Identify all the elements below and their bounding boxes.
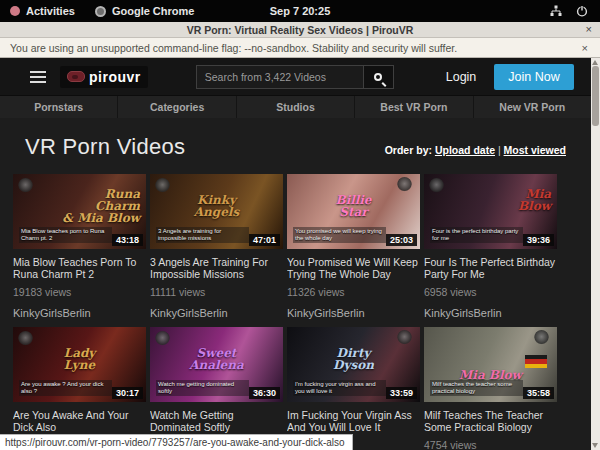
chrome-app-icon [95, 6, 106, 17]
order-most-viewed-link[interactable]: Most viewed [504, 144, 566, 156]
video-card[interactable]: Dirty Dyson I'm fucking your virgin ass … [287, 327, 420, 450]
video-card[interactable]: Lady Lyne Are you awake ? And your dick … [13, 327, 146, 450]
video-title[interactable]: Mia Blow Teaches Porn To Runa Charm Pt 2 [13, 256, 146, 280]
main-navigation: Pornstars Categories Studios Best VR Por… [0, 96, 591, 118]
duration-badge: 25:03 [386, 234, 417, 246]
duration-badge: 39:36 [523, 234, 554, 246]
thumbnail-caption: Mia Blow teaches porn to Runa Charm pt. … [19, 227, 112, 243]
video-thumbnail[interactable]: Billie Star You promised we will keep tr… [287, 174, 420, 249]
video-studio-link[interactable]: KinkyGirlsBerlin [424, 307, 557, 319]
vr-headset-icon [67, 71, 85, 82]
browser-tab[interactable]: VR Porn: Virtual Reality Sex Videos | Pi… [0, 22, 600, 38]
duration-badge: 30:17 [112, 387, 143, 399]
duration-badge: 43:18 [112, 234, 143, 246]
video-card[interactable]: Sweet Analena Watch me getting dominated… [150, 327, 283, 450]
activities-button[interactable]: Activities [26, 5, 75, 17]
duration-badge: 33:59 [386, 387, 417, 399]
video-views: 11111 views [150, 286, 283, 298]
order-upload-date-link[interactable]: Upload date [435, 144, 495, 156]
video-thumbnail[interactable]: Dirty Dyson I'm fucking your virgin ass … [287, 327, 420, 402]
thumbnail-caption: Four is the perfect birthday party for m… [430, 227, 523, 243]
video-thumbnail[interactable]: Kinky Angels 3 Angels are training for i… [150, 174, 283, 249]
logo-text: pirouvr [89, 69, 141, 85]
network-tree-icon[interactable] [550, 5, 562, 17]
clock[interactable]: Sep 7 20:25 [270, 5, 331, 17]
scroll-down-arrow-icon[interactable] [592, 443, 598, 448]
order-by-label: Order by: [385, 144, 432, 156]
site-logo[interactable]: pirouvr [60, 66, 148, 88]
thumbnail-caption: I'm fucking your virgin ass and you will… [293, 380, 386, 396]
video-card[interactable]: Kinky Angels 3 Angels are training for i… [150, 174, 283, 319]
scroll-up-arrow-icon[interactable] [592, 60, 598, 65]
thumbnail-caption: You promised we will keep trying the who… [293, 227, 386, 243]
video-title[interactable]: Im Fucking Your Virgin Ass And You Will … [287, 409, 420, 433]
studio-logo-icon [397, 177, 412, 192]
video-thumbnail[interactable]: Mia Blow Four is the perfect birthday pa… [424, 174, 557, 249]
studio-logo-icon [155, 331, 170, 346]
system-top-bar: Activities Google Chrome Sep 7 20:25 [0, 0, 600, 22]
video-studio-link[interactable]: KinkyGirlsBerlin [150, 307, 283, 319]
video-thumbnail[interactable]: Lady Lyne Are you awake ? And your dick … [13, 327, 146, 402]
thumbnail-overlay-title: Lady Lyne [13, 347, 146, 371]
search-button[interactable] [364, 65, 394, 89]
video-thumbnail[interactable]: Sweet Analena Watch me getting dominated… [150, 327, 283, 402]
german-flag-icon [525, 355, 547, 368]
nav-item-pornstars[interactable]: Pornstars [0, 96, 117, 118]
thumbnail-overlay-title: Sweet Analena [150, 347, 283, 371]
search-icon [374, 73, 382, 81]
thumbnail-caption: Milf teaches the teacher some practical … [430, 380, 523, 396]
recording-indicator-icon [10, 6, 20, 16]
video-title[interactable]: Four Is The Perfect Birthday Party For M… [424, 256, 557, 280]
video-title[interactable]: Watch Me Getting Dominated Softly [150, 409, 283, 433]
thumbnail-overlay-title: Kinky Angels [150, 194, 283, 218]
link-status-bar: https://pirouvr.com/vr-porn-video/779325… [0, 434, 353, 450]
video-title[interactable]: Milf Teaches The Teacher Some Practical … [424, 409, 557, 433]
video-thumbnail[interactable]: Mia Blow Milf teaches the teacher some p… [424, 327, 557, 402]
video-thumbnail[interactable]: Runa Charm & Mia Blow Mia Blow teaches p… [13, 174, 146, 249]
join-now-button[interactable]: Join Now [494, 64, 573, 90]
scrollbar-thumb[interactable] [592, 66, 599, 126]
video-card[interactable]: Billie Star You promised we will keep tr… [287, 174, 420, 319]
thumbnail-caption: Are you awake ? And your dick also ? [19, 380, 112, 396]
site-header: pirouvr Login Join Now [0, 58, 600, 96]
studio-logo-icon [18, 331, 33, 346]
login-link[interactable]: Login [446, 70, 477, 84]
video-views: 19183 views [13, 286, 146, 298]
focused-app-menu[interactable]: Google Chrome [112, 5, 195, 17]
vertical-scrollbar[interactable] [591, 58, 600, 450]
thumbnail-overlay-title: Mia Blow [424, 188, 551, 212]
warning-message: You are using an unsupported command-lin… [10, 42, 457, 54]
video-card[interactable]: Mia Blow Four is the perfect birthday pa… [424, 174, 557, 319]
hamburger-menu-icon[interactable] [30, 71, 46, 83]
page-title: VR Porn Videos [25, 134, 185, 160]
thumbnail-caption: Watch me getting dominated softly [156, 380, 249, 396]
order-separator: | [498, 144, 501, 156]
studio-logo-icon [155, 178, 170, 193]
power-icon[interactable] [576, 5, 588, 17]
tab-close-icon[interactable]: × [586, 23, 592, 35]
warning-close-icon[interactable]: × [582, 42, 588, 54]
studio-logo-icon [534, 330, 549, 345]
video-studio-link[interactable]: KinkyGirlsBerlin [13, 307, 146, 319]
order-by-controls: Order by: Upload date | Most viewed [385, 144, 566, 160]
nav-item-best[interactable]: Best VR Porn [355, 96, 472, 118]
search-input[interactable] [196, 65, 364, 89]
video-views: 4754 views [424, 439, 557, 450]
duration-badge: 36:30 [249, 387, 280, 399]
video-title[interactable]: 3 Angels Are Training For Impossible Mis… [150, 256, 283, 280]
thumbnail-overlay-title: Billie Star [287, 194, 420, 218]
nav-item-studios[interactable]: Studios [237, 96, 354, 118]
video-title[interactable]: Are You Awake And Your Dick Also [13, 409, 146, 433]
video-studio-link[interactable]: KinkyGirlsBerlin [287, 307, 420, 319]
thumbnail-overlay-title: Runa Charm & Mia Blow [13, 188, 140, 224]
nav-item-new[interactable]: New VR Porn [474, 96, 591, 118]
duration-badge: 35:58 [523, 387, 554, 399]
browser-warning-bar: You are using an unsupported command-lin… [0, 38, 600, 58]
video-title[interactable]: You Promised We Will Keep Trying The Who… [287, 256, 420, 280]
nav-item-categories[interactable]: Categories [118, 96, 235, 118]
video-card[interactable]: Runa Charm & Mia Blow Mia Blow teaches p… [13, 174, 146, 319]
tab-title: VR Porn: Virtual Reality Sex Videos | Pi… [187, 24, 414, 36]
video-card[interactable]: Mia Blow Milf teaches the teacher some p… [424, 327, 557, 450]
duration-badge: 47:01 [249, 234, 280, 246]
thumbnail-caption: 3 Angels are training for impossible mis… [156, 227, 249, 243]
